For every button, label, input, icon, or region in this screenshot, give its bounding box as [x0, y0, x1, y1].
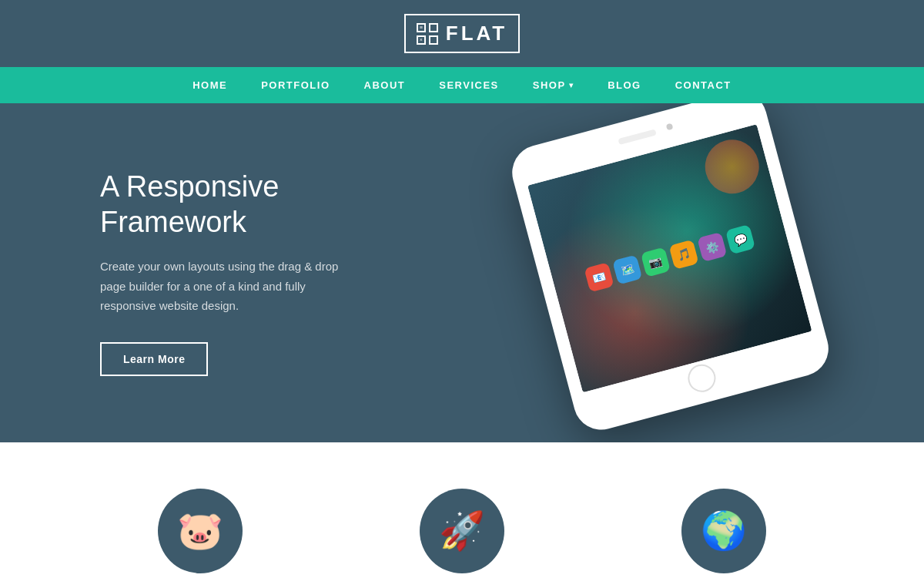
rocket-icon: 🚀 [439, 509, 485, 553]
rocket-speed-icon-wrap: 🚀 [420, 489, 504, 573]
nav-item-blog[interactable]: BLOG [591, 67, 658, 103]
app-icon-2: 🗺️ [612, 254, 642, 284]
globe-icon: 🌍 [701, 509, 747, 553]
logo-text: FLAT [446, 22, 508, 45]
nav-item-services[interactable]: SERVICES [422, 67, 516, 103]
app-icon-4: 🎵 [669, 240, 699, 270]
phone-outer: 📧 🗺️ 📷 🎵 ⚙️ 💬 [506, 103, 835, 436]
nav-item-home[interactable]: HOME [176, 67, 244, 103]
logo-icon-grid: ≡ × [417, 23, 438, 45]
piggy-bank-icon: 🐷 [177, 509, 223, 553]
hero-title: A Responsive Framework [100, 170, 431, 240]
phone-screen-content: 📧 🗺️ 📷 🎵 ⚙️ 💬 [527, 124, 812, 392]
phone-camera [666, 123, 674, 131]
site-header: ≡ × FLAT [0, 0, 924, 67]
app-icon-1: 📧 [584, 262, 614, 292]
app-icon-6: 💬 [725, 224, 755, 254]
nav-item-contact[interactable]: CONTACT [658, 67, 748, 103]
decorative-circle [699, 133, 765, 200]
hero-section: A Responsive Framework Create your own l… [0, 103, 924, 442]
app-icon-5: ⚙️ [697, 232, 727, 262]
phone-speaker [618, 129, 656, 145]
logo[interactable]: ≡ × FLAT [404, 14, 521, 53]
logo-icon-cell-1: ≡ [417, 23, 426, 32]
learn-more-button[interactable]: Learn More [100, 342, 208, 376]
main-nav: HOME PORTFOLIO ABOUT SERVICES SHOP ▾ BLO… [0, 67, 924, 103]
save-money-icon-wrap: 🐷 [158, 489, 243, 573]
chevron-down-icon: ▾ [569, 81, 574, 89]
hero-description: Create your own layouts using the drag &… [100, 257, 354, 316]
nav-item-shop[interactable]: SHOP ▾ [516, 67, 591, 103]
logo-icon-cell-2 [429, 23, 438, 32]
feature-localized: 🌍 Localized The theme is 100% localized … [593, 489, 855, 578]
hero-phone-mockup: 📧 🗺️ 📷 🎵 ⚙️ 💬 [493, 119, 862, 427]
feature-rocket-speed: 🚀 Rocket Speed The clean and optimized c… [331, 489, 593, 578]
nav-item-portfolio[interactable]: PORTFOLIO [244, 67, 346, 103]
phone-screen: 📧 🗺️ 📷 🎵 ⚙️ 💬 [527, 124, 812, 392]
phone-home-button [685, 361, 718, 395]
hero-content: A Responsive Framework Create your own l… [0, 170, 431, 376]
localized-icon-wrap: 🌍 [681, 489, 766, 573]
app-icon-3: 📷 [641, 247, 671, 277]
feature-save-money: 🐷 Save Money Total includes many great p… [69, 489, 331, 578]
features-section: 🐷 Save Money Total includes many great p… [0, 442, 924, 578]
logo-icon-cell-3: × [417, 35, 426, 45]
logo-icon-cell-4 [429, 35, 438, 45]
nav-item-about[interactable]: ABOUT [347, 67, 423, 103]
